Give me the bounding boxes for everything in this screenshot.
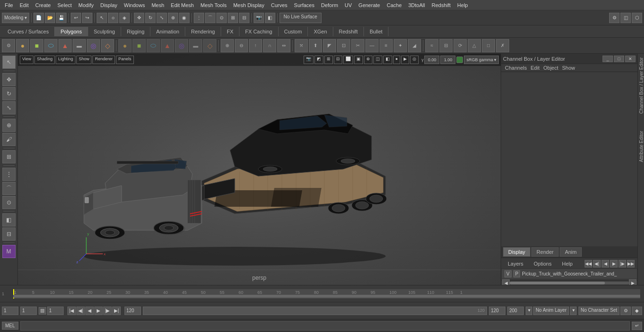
shelf-poke[interactable]: ✦: [394, 39, 407, 52]
cmd-type-label[interactable]: MEL: [2, 322, 18, 330]
play-back-btn[interactable]: ◀: [85, 307, 94, 315]
anim-tab[interactable]: Anim: [560, 247, 582, 257]
timeline-bar[interactable]: 1 5 10 15 20 25 30 35 40 45 50 55 60 65 …: [13, 289, 640, 299]
snap-curve[interactable]: ⌒: [2, 182, 16, 195]
menu-mesh-tools[interactable]: Mesh Tools: [198, 1, 229, 9]
show-menu[interactable]: Show: [76, 56, 92, 64]
tab-xgen[interactable]: XGen: [308, 27, 333, 36]
render-settings-btn[interactable]: ⚙: [609, 13, 619, 23]
menu-create[interactable]: Create: [33, 1, 54, 9]
shading-menu[interactable]: Shading: [34, 56, 55, 64]
scale-tool[interactable]: ⤡: [2, 101, 16, 114]
shelf-cylinder[interactable]: ⬭: [44, 39, 58, 52]
tab-bullet[interactable]: Bullet: [364, 27, 389, 36]
shelf-extrude[interactable]: ⬆: [309, 39, 322, 52]
tab-animation[interactable]: Animation: [150, 27, 185, 36]
layers-menu[interactable]: Layers: [504, 260, 527, 267]
menu-help[interactable]: Help: [454, 1, 471, 9]
menu-display[interactable]: Display: [98, 1, 120, 9]
soft-mod-btn[interactable]: ◉: [179, 13, 190, 23]
shelf-extract[interactable]: ↑: [249, 39, 262, 52]
vp-camera-icon[interactable]: 📷: [304, 56, 314, 64]
renderer-menu[interactable]: Renderer: [92, 56, 115, 64]
live-surface-btn[interactable]: No Live Surface: [280, 13, 322, 23]
tab-sculpting[interactable]: Sculpting: [88, 27, 121, 36]
help-menu[interactable]: Help: [558, 260, 577, 267]
shelf-booleans[interactable]: ∩: [263, 39, 276, 52]
shelf-cone[interactable]: ▲: [58, 39, 72, 52]
menu-cache[interactable]: Cache: [384, 1, 405, 9]
cb-show[interactable]: Show: [562, 65, 575, 71]
rotate-tool[interactable]: ↻: [2, 87, 16, 100]
layer-next-next[interactable]: ▶▶: [627, 260, 635, 267]
shelf-separate[interactable]: ⊖: [235, 39, 248, 52]
options-menu[interactable]: Options: [530, 260, 555, 267]
shelf-poly-sphere[interactable]: ●: [118, 39, 132, 52]
shelf-bridge[interactable]: ⤲: [295, 39, 308, 52]
range-end-field[interactable]: [124, 307, 141, 315]
tab-fx-caching[interactable]: FX Caching: [239, 27, 278, 36]
char-set-settings[interactable]: ⚙: [620, 307, 631, 315]
cb-collapse[interactable]: _: [603, 56, 613, 62]
menu-mesh-display[interactable]: Mesh Display: [231, 1, 267, 9]
char-set-key[interactable]: ◆: [632, 307, 642, 315]
shelf-cleanup[interactable]: ✗: [496, 39, 509, 52]
show-manip[interactable]: ⊞: [2, 150, 16, 163]
shelf-retopo[interactable]: ⟳: [454, 39, 467, 52]
shelf-poly-prism[interactable]: ◇: [203, 39, 216, 52]
menu-modify[interactable]: Modify: [75, 1, 96, 9]
shelf-cube[interactable]: ■: [30, 39, 43, 52]
new-file-btn[interactable]: 📄: [33, 13, 44, 23]
menu-mesh[interactable]: Mesh: [149, 1, 167, 9]
display-mode[interactable]: ◧: [2, 213, 16, 227]
viewport-canvas[interactable]: x y z persp: [18, 54, 501, 285]
move-btn[interactable]: ✥: [134, 13, 144, 23]
shelf-crease[interactable]: ≡: [380, 39, 393, 52]
menu-surfaces[interactable]: Surfaces: [291, 1, 317, 9]
shelf-smooth[interactable]: ≈: [425, 39, 438, 52]
sub-frame-field[interactable]: [20, 307, 37, 315]
shelf-mirror[interactable]: ⇔: [277, 39, 290, 52]
display-tab[interactable]: Display: [503, 247, 530, 257]
layer-back[interactable]: ◀: [602, 260, 609, 267]
rotate-btn[interactable]: ↻: [145, 13, 156, 23]
shelf-plane[interactable]: ▬: [73, 39, 86, 52]
lasso-btn[interactable]: ⌾: [108, 13, 118, 23]
attribute-editor-tab[interactable]: Attribute Editor: [638, 127, 644, 166]
render-btn[interactable]: ◧: [265, 13, 275, 23]
shelf-poly-cyl[interactable]: ⬭: [147, 39, 160, 52]
menu-edit-mesh[interactable]: Edit Mesh: [168, 1, 197, 9]
vp-isolate[interactable]: ◩: [314, 56, 323, 64]
shelf-multi-cut[interactable]: ✂: [351, 39, 364, 52]
shelf-poly-cone[interactable]: ▲: [161, 39, 174, 52]
menu-uv[interactable]: UV: [342, 1, 355, 9]
vp-wire[interactable]: ◫: [373, 56, 382, 64]
snap-point-btn[interactable]: ⊙: [216, 13, 227, 23]
play-fwd-btn[interactable]: ▶: [94, 307, 103, 315]
layer-next[interactable]: |▶: [619, 260, 626, 267]
shelf-torus[interactable]: ◎: [87, 39, 100, 52]
frame-all[interactable]: ⊟: [2, 227, 16, 241]
shelf-quad[interactable]: □: [482, 39, 495, 52]
vp-gate[interactable]: ⬜: [343, 56, 353, 64]
shelf-settings[interactable]: ⚙: [2, 39, 15, 52]
layer-fwd[interactable]: ▶: [610, 260, 618, 267]
shelf-reduce[interactable]: ⊟: [439, 39, 453, 52]
snap-grid-btn[interactable]: ⋮: [194, 13, 204, 23]
tab-fx[interactable]: FX: [221, 27, 239, 36]
layer-prev[interactable]: ◀|: [593, 260, 601, 267]
range-bar[interactable]: [13, 295, 640, 298]
vp-display4[interactable]: ⊕: [364, 56, 372, 64]
playback-range-bar[interactable]: 120: [143, 307, 487, 315]
shelf-poly-cube[interactable]: ■: [132, 39, 146, 52]
menu-windows[interactable]: Windows: [121, 1, 148, 9]
save-file-btn[interactable]: 💾: [56, 13, 66, 23]
shelf-poly-plane[interactable]: ▬: [189, 39, 202, 52]
channel-box-side-tab[interactable]: Channel Box / Layer Editor: [638, 54, 644, 118]
cb-channels[interactable]: Channels: [505, 65, 527, 71]
shelf-sphere[interactable]: ●: [16, 39, 29, 52]
key-value-field[interactable]: [47, 307, 64, 315]
tab-custom[interactable]: Custom: [279, 27, 308, 36]
shelf-connect[interactable]: —: [365, 39, 379, 52]
current-frame-field[interactable]: [2, 307, 18, 315]
